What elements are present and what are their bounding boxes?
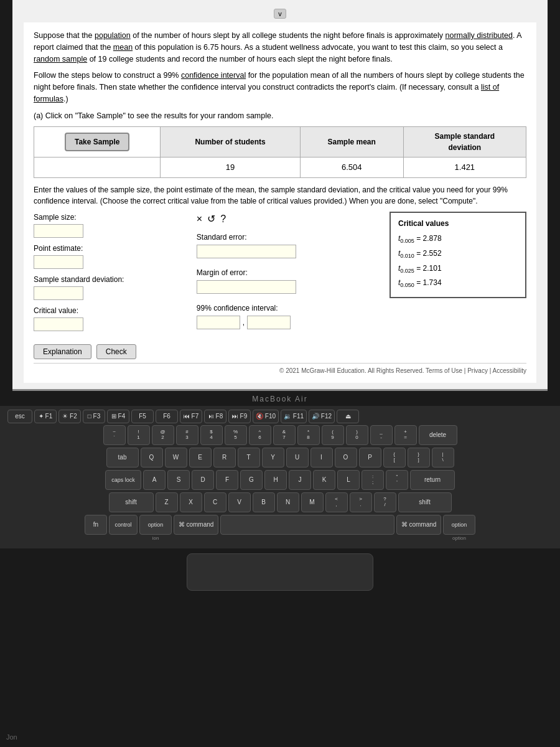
key-minus[interactable]: _- <box>370 425 393 445</box>
key-right-shift[interactable]: shift <box>398 492 452 512</box>
confidence-interval-row: 99% confidence interval: , <box>197 303 377 329</box>
touchpad[interactable] <box>187 553 373 591</box>
sample-size-input[interactable] <box>34 224 83 238</box>
top-bar-button[interactable]: v <box>274 9 286 19</box>
key-delete[interactable]: delete <box>419 425 457 445</box>
key-left-command[interactable]: ⌘ command <box>174 515 218 535</box>
key-v[interactable]: V <box>228 492 251 512</box>
point-estimate-input[interactable] <box>34 255 83 269</box>
key-left-option[interactable]: option <box>139 515 172 535</box>
ci-upper-input[interactable] <box>247 316 291 329</box>
key-caps-lock[interactable]: caps lock <box>105 470 141 490</box>
ci-comma: , <box>243 317 245 328</box>
key-z[interactable]: Z <box>156 492 178 512</box>
sample-size-label: Sample size: <box>34 212 184 223</box>
standard-error-input[interactable] <box>197 245 296 258</box>
key-left-shift[interactable]: shift <box>109 492 154 512</box>
key-bracket-close[interactable]: }] <box>408 448 430 467</box>
key-l[interactable]: L <box>337 470 360 490</box>
right-option-label: option <box>452 535 466 541</box>
key-f8[interactable]: ⏯ F8 <box>204 410 226 423</box>
key-w[interactable]: W <box>165 448 187 467</box>
key-1[interactable]: !1 <box>128 425 150 445</box>
key-period[interactable]: >. <box>350 492 372 512</box>
margin-error-input[interactable] <box>197 280 296 294</box>
take-sample-button[interactable]: Take Sample <box>65 133 129 151</box>
bottom-row: fn control option ion ⌘ command ⌘ comman… <box>7 515 553 541</box>
key-y[interactable]: Y <box>262 448 284 467</box>
key-k[interactable]: K <box>313 470 335 490</box>
key-backslash[interactable]: |\ <box>432 448 454 467</box>
key-f10[interactable]: 🔇 F10 <box>253 410 279 423</box>
key-n[interactable]: N <box>277 492 299 512</box>
key-q[interactable]: Q <box>141 448 163 467</box>
key-4[interactable]: $4 <box>200 425 223 445</box>
key-m[interactable]: M <box>301 492 324 512</box>
key-return[interactable]: return <box>410 470 455 490</box>
key-f[interactable]: F <box>216 470 238 490</box>
key-semicolon[interactable]: :; <box>362 470 384 490</box>
key-slash[interactable]: ?/ <box>374 492 396 512</box>
check-button[interactable]: Check <box>96 344 136 359</box>
key-f2[interactable]: ☀ F2 <box>58 410 81 423</box>
key-comma[interactable]: <, <box>325 492 348 512</box>
key-f6[interactable]: F6 <box>156 410 178 423</box>
key-equals[interactable]: += <box>394 425 417 445</box>
undo-icon[interactable]: ↺ <box>207 212 215 227</box>
key-g[interactable]: G <box>240 470 263 490</box>
key-7[interactable]: &7 <box>273 425 296 445</box>
qwerty-row: tab Q W E R T Y U I O P {[ }] |\ <box>7 448 553 467</box>
key-f3[interactable]: □ F3 <box>83 410 105 423</box>
key-f11[interactable]: 🔉 F11 <box>281 410 307 423</box>
key-f7[interactable]: ⏮ F7 <box>180 410 202 423</box>
key-h[interactable]: H <box>264 470 287 490</box>
key-3[interactable]: #3 <box>176 425 198 445</box>
key-5[interactable]: %5 <box>225 425 247 445</box>
ci-lower-input[interactable] <box>197 316 240 329</box>
key-f5[interactable]: F5 <box>131 410 154 423</box>
key-quote[interactable]: "' <box>386 470 408 490</box>
key-2[interactable]: @2 <box>152 425 174 445</box>
key-control[interactable]: control <box>109 515 138 535</box>
x-icon[interactable]: × <box>197 212 202 227</box>
key-bracket-open[interactable]: {[ <box>383 448 406 467</box>
key-s[interactable]: S <box>167 470 190 490</box>
key-t[interactable]: T <box>238 448 260 467</box>
key-esc[interactable]: esc <box>7 410 32 423</box>
key-right-option[interactable]: option <box>443 515 475 535</box>
key-power[interactable]: ⏏ <box>337 410 359 423</box>
key-d[interactable]: D <box>192 470 214 490</box>
key-o[interactable]: O <box>335 448 357 467</box>
critical-value-input[interactable] <box>34 317 83 331</box>
key-a[interactable]: A <box>143 470 166 490</box>
key-e[interactable]: E <box>189 448 212 467</box>
key-9[interactable]: (9 <box>322 425 344 445</box>
key-8[interactable]: *8 <box>297 425 320 445</box>
key-b[interactable]: B <box>253 492 275 512</box>
question-icon[interactable]: ? <box>220 212 226 227</box>
key-c[interactable]: C <box>204 492 226 512</box>
intro-line4: Follow the steps below to construct a 99… <box>34 70 526 105</box>
std-dev-input[interactable] <box>34 286 83 300</box>
key-space[interactable] <box>220 515 394 535</box>
key-fn[interactable]: fn <box>85 515 107 535</box>
key-0[interactable]: )0 <box>346 425 368 445</box>
key-f1[interactable]: ✦ F1 <box>34 410 57 423</box>
main-content: Suppose that the population of the numbe… <box>24 22 536 383</box>
key-u[interactable]: U <box>286 448 309 467</box>
key-f9[interactable]: ⏭ F9 <box>228 410 251 423</box>
key-right-command[interactable]: ⌘ command <box>396 515 441 535</box>
col-header-std: Sample standarddeviation <box>403 127 526 157</box>
key-j[interactable]: J <box>289 470 311 490</box>
key-6[interactable]: ^6 <box>249 425 271 445</box>
key-f12[interactable]: 🔊 F12 <box>309 410 335 423</box>
explanation-button[interactable]: Explanation <box>34 344 91 359</box>
key-r[interactable]: R <box>213 448 236 467</box>
key-x[interactable]: X <box>180 492 202 512</box>
critical-values-title: Critical values <box>398 218 518 229</box>
key-backtick[interactable]: ~` <box>103 425 126 445</box>
key-tab[interactable]: tab <box>106 448 139 467</box>
key-p[interactable]: P <box>359 448 381 467</box>
key-f4[interactable]: ⊞ F4 <box>107 410 129 423</box>
key-i[interactable]: I <box>310 448 333 467</box>
